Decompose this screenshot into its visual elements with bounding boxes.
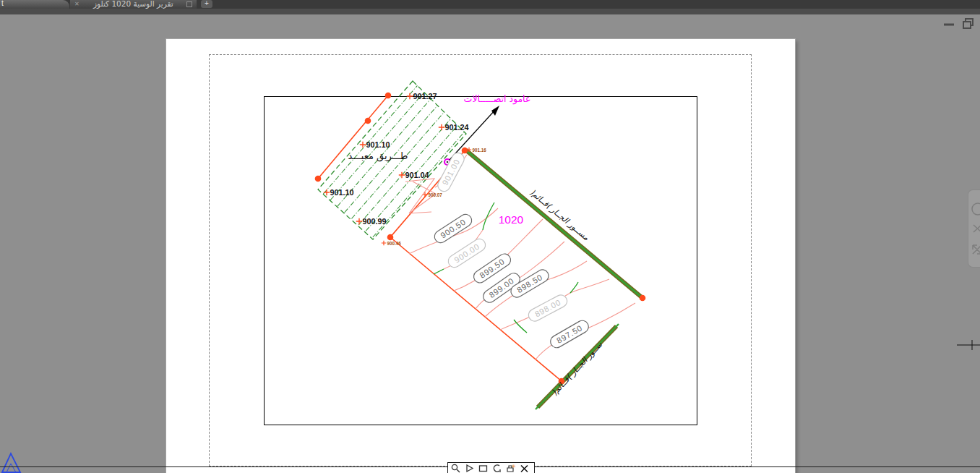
drawing-window-controls <box>940 17 977 33</box>
plot-icon[interactable]: ✳ <box>503 463 517 473</box>
close-preview-icon[interactable] <box>517 463 530 473</box>
tab-title: تقرير الوسية 1020 كتلوز <box>84 0 183 7</box>
steering-wheel-icon <box>972 203 980 215</box>
new-tab-button[interactable]: + <box>201 0 212 8</box>
navigation-bar[interactable] <box>968 189 980 268</box>
background-file-tab[interactable]: t <box>0 0 69 9</box>
zoom-icon[interactable] <box>448 463 462 473</box>
restore-window-icon[interactable] <box>963 19 973 28</box>
zoom-original-icon[interactable] <box>489 463 503 473</box>
preview-workspace <box>0 14 980 473</box>
pan-hand-icon <box>973 225 980 232</box>
tab-state-icon <box>186 1 192 7</box>
application-window: t ✕ تقرير الوسية 1020 كتلوز + <box>0 0 980 473</box>
svg-text:✳: ✳ <box>512 464 516 469</box>
zoom-window-icon[interactable] <box>476 463 489 473</box>
tab-close-icon[interactable]: ✕ <box>74 1 79 7</box>
zoom-extents-icon <box>973 245 980 254</box>
layout-viewport <box>264 96 697 425</box>
plot-preview-toolbar: ✳ <box>447 462 535 473</box>
pan-icon[interactable] <box>462 463 476 473</box>
file-tab-bar: t ✕ تقرير الوسية 1020 كتلوز + <box>0 0 980 9</box>
ribbon-strip <box>0 9 980 14</box>
file-tab[interactable]: ✕ تقرير الوسية 1020 كتلوز <box>70 0 197 9</box>
